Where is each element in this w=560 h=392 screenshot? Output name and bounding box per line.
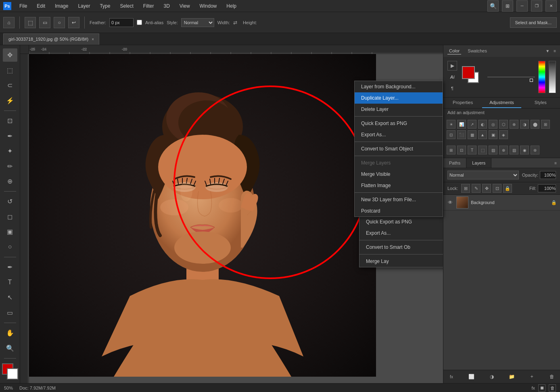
menu-window[interactable]: Window [198, 2, 219, 10]
crop-tool[interactable]: ⊡ [3, 114, 17, 127]
tab-color[interactable]: Color [447, 48, 461, 54]
text-tool[interactable]: T [3, 276, 17, 289]
lock-artboard-btn2[interactable]: ✥ [482, 184, 491, 193]
layer-adj-btn[interactable]: ◑ [488, 373, 496, 381]
adj-vibrance[interactable]: ◎ [489, 120, 497, 129]
ctx-small-quick-export[interactable]: Quick Export as PNG [355, 118, 443, 129]
ctx-small-merge-layers[interactable]: Merge Layers [355, 157, 443, 169]
ctx-small-new-3d[interactable]: New 3D Layer from File... [355, 194, 443, 205]
statusbar-new-layer[interactable]: ◼ [538, 384, 545, 392]
window-controls-restore[interactable]: ❐ [531, 0, 542, 12]
ctx-convert-smart[interactable]: Convert to Smart Ob [359, 242, 443, 253]
adj-r9[interactable]: ⊛ [531, 146, 539, 154]
select-mask-btn[interactable]: Select and Mask... [510, 17, 557, 28]
ctx-small-flatten[interactable]: Flatten Image [355, 180, 443, 191]
fill-input[interactable] [538, 184, 556, 192]
adj-r3[interactable]: T [468, 146, 476, 154]
adj-posterize[interactable]: ▦ [468, 130, 476, 139]
pen-tool[interactable]: ✒ [3, 261, 17, 274]
path-select-tool[interactable]: ↖ [3, 291, 17, 304]
foreground-color[interactable] [462, 66, 475, 79]
ctx-export-as[interactable]: Export As... [359, 227, 443, 239]
menu-file[interactable]: File [18, 2, 29, 10]
color-panel-menu[interactable]: ≡ [554, 49, 556, 53]
color-gradient[interactable] [487, 77, 535, 77]
color-panel-collapse[interactable]: ▼ [545, 49, 550, 53]
adj-selectivecolor[interactable]: ◈ [499, 130, 508, 139]
color-selector[interactable] [2, 363, 18, 378]
selection-tool[interactable]: ⬚ [3, 63, 17, 77]
statusbar-delete-layer[interactable]: 🗑 [549, 384, 556, 392]
adj-levels[interactable]: 📊 [457, 120, 466, 129]
lasso-tool[interactable]: ⊂ [3, 79, 17, 92]
ctx-merge-layers[interactable]: Merge Lay [359, 256, 443, 267]
adj-invert[interactable]: ⬛ [457, 130, 466, 139]
ctx-small-layer-from-bg[interactable]: Layer from Background... [355, 81, 443, 92]
anti-alias-checkbox[interactable] [137, 20, 142, 25]
magic-wand-tool[interactable]: ⚡ [3, 94, 17, 107]
window-controls-minimize[interactable]: ─ [516, 0, 528, 12]
layer-row-background[interactable]: 👁 Background 🔒 [443, 195, 560, 211]
menu-image[interactable]: Image [53, 2, 70, 10]
adj-bw[interactable]: ◑ [520, 120, 529, 129]
move-tool[interactable]: ✥ [3, 48, 17, 62]
layer-visibility-toggle[interactable]: 👁 [447, 199, 454, 206]
stamp-tool[interactable]: ⊕ [3, 175, 17, 188]
adj-hsl[interactable]: ⬡ [499, 120, 508, 129]
adj-brightness[interactable]: ☀ [447, 120, 456, 129]
adj-r2[interactable]: ⊡ [457, 146, 466, 154]
tab-layers[interactable]: Layers [466, 158, 491, 168]
eyedropper-tool[interactable]: ✒ [3, 129, 17, 142]
layer-mask-btn[interactable]: ⬜ [468, 373, 476, 381]
layers-panel-menu[interactable]: ≡ [554, 161, 557, 165]
tab-paths[interactable]: Paths [443, 158, 466, 168]
home-btn[interactable]: ⌂ [3, 17, 15, 28]
feather-input[interactable] [109, 18, 134, 27]
adj-r6[interactable]: ⊕ [499, 146, 508, 154]
layer-delete-btn[interactable]: 🗑 [548, 373, 556, 381]
bg-color-swatch[interactable] [7, 368, 18, 379]
eraser-tool[interactable]: ◻ [3, 210, 17, 223]
menu-select[interactable]: Select [118, 2, 135, 10]
menu-view[interactable]: View [178, 2, 192, 10]
adj-curves[interactable]: ↗ [468, 120, 476, 129]
heal-tool[interactable]: ✦ [3, 144, 17, 158]
adj-r1[interactable]: ⊞ [447, 146, 456, 154]
ctx-quick-export[interactable]: Quick Export as PNG [359, 216, 443, 227]
zoom-tool[interactable]: 🔍 [3, 341, 17, 354]
adj-exposure[interactable]: ◐ [478, 120, 487, 129]
ctx-small-merge-visible[interactable]: Merge Visible [355, 169, 443, 180]
tab-swatches[interactable]: Swatches [466, 48, 489, 54]
lock-transparent-btn[interactable]: ⊞ [461, 184, 470, 193]
swap-wh-icon[interactable]: ⇄ [233, 19, 240, 26]
lock-position-btn2[interactable]: ⊡ [493, 184, 501, 193]
ctx-small-delete[interactable]: Delete Layer [355, 104, 443, 115]
adj-channelmixer[interactable]: ⊞ [541, 120, 550, 129]
lock-image-btn[interactable]: ✎ [472, 184, 481, 193]
tab-styles[interactable]: Styles [521, 98, 560, 108]
adj-r4[interactable]: ⬚ [478, 146, 487, 154]
menu-3d[interactable]: 3D [162, 2, 171, 10]
file-tab[interactable]: girl-3033718_1920.jpg @ 50% (RGB/8#) × [3, 33, 99, 45]
adj-r7[interactable]: ▧ [510, 146, 518, 154]
window-controls-close[interactable]: ✕ [545, 0, 557, 12]
color-swatch-wrapper[interactable] [462, 66, 484, 88]
marquee-tool[interactable]: ⬚ [25, 17, 36, 28]
rect-tool[interactable]: ▭ [39, 17, 50, 28]
gradient-tool[interactable]: ▣ [3, 225, 17, 238]
color-alpha-slider[interactable] [549, 61, 556, 93]
tab-properties[interactable]: Properties [443, 98, 482, 108]
adj-gradientmap[interactable]: ▣ [489, 130, 497, 139]
adj-r5[interactable]: ▨ [489, 146, 497, 154]
ctx-small-export-as[interactable]: Export As... [355, 129, 443, 140]
menu-edit[interactable]: Edit [35, 2, 47, 10]
ctx-small-postcard[interactable]: Postcard [355, 205, 443, 217]
shape-tool[interactable]: ▭ [3, 306, 17, 319]
ctx-small-convert-smart[interactable]: Convert to Smart Object [355, 143, 443, 154]
opacity-input[interactable] [540, 171, 556, 179]
adj-colorbalance[interactable]: ⊕ [510, 120, 518, 129]
menu-layer[interactable]: Layer [76, 2, 92, 10]
circle-tool[interactable]: ○ [54, 17, 65, 28]
menu-help[interactable]: Help [225, 2, 238, 10]
color-panel-header[interactable]: Color Swatches ▼ ≡ [443, 45, 560, 57]
